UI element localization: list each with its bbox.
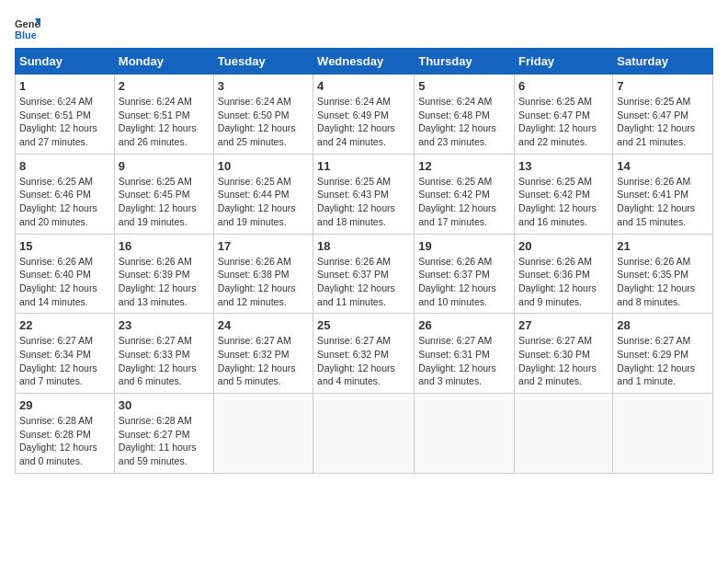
day-number: 29 bbox=[19, 398, 110, 412]
day-info: Sunrise: 6:25 AMSunset: 6:44 PMDaylight:… bbox=[218, 175, 309, 229]
calendar-week-5: 29Sunrise: 6:28 AMSunset: 6:28 PMDayligh… bbox=[16, 394, 713, 474]
calendar-cell: 4Sunrise: 6:24 AMSunset: 6:49 PMDaylight… bbox=[313, 75, 415, 155]
calendar-cell: 19Sunrise: 6:26 AMSunset: 6:37 PMDayligh… bbox=[415, 234, 515, 314]
calendar-cell bbox=[613, 394, 713, 474]
day-number: 5 bbox=[418, 79, 510, 93]
calendar-week-2: 8Sunrise: 6:25 AMSunset: 6:46 PMDaylight… bbox=[16, 154, 713, 234]
header-day-saturday: Saturday bbox=[613, 49, 713, 75]
header-day-tuesday: Tuesday bbox=[213, 49, 313, 75]
calendar-cell: 29Sunrise: 6:28 AMSunset: 6:28 PMDayligh… bbox=[16, 394, 115, 474]
day-number: 12 bbox=[418, 159, 510, 173]
calendar-cell: 17Sunrise: 6:26 AMSunset: 6:38 PMDayligh… bbox=[213, 234, 313, 314]
day-number: 28 bbox=[617, 318, 709, 332]
calendar-cell: 6Sunrise: 6:25 AMSunset: 6:47 PMDaylight… bbox=[515, 75, 613, 155]
calendar-table: SundayMondayTuesdayWednesdayThursdayFrid… bbox=[15, 48, 713, 474]
day-info: Sunrise: 6:24 AMSunset: 6:48 PMDaylight:… bbox=[418, 95, 510, 149]
calendar-week-1: 1Sunrise: 6:24 AMSunset: 6:51 PMDaylight… bbox=[16, 75, 713, 155]
day-info: Sunrise: 6:24 AMSunset: 6:51 PMDaylight:… bbox=[19, 95, 110, 149]
day-info: Sunrise: 6:26 AMSunset: 6:37 PMDaylight:… bbox=[317, 255, 410, 309]
calendar-cell bbox=[213, 394, 313, 474]
header-day-thursday: Thursday bbox=[415, 49, 515, 75]
day-number: 16 bbox=[119, 239, 210, 253]
calendar-cell: 15Sunrise: 6:26 AMSunset: 6:40 PMDayligh… bbox=[16, 234, 115, 314]
logo-icon: General Blue bbox=[15, 15, 40, 40]
day-info: Sunrise: 6:27 AMSunset: 6:32 PMDaylight:… bbox=[317, 334, 410, 388]
day-number: 13 bbox=[518, 159, 609, 173]
day-info: Sunrise: 6:25 AMSunset: 6:42 PMDaylight:… bbox=[418, 175, 510, 229]
day-info: Sunrise: 6:27 AMSunset: 6:32 PMDaylight:… bbox=[218, 334, 309, 388]
day-number: 25 bbox=[317, 318, 410, 332]
day-info: Sunrise: 6:27 AMSunset: 6:30 PMDaylight:… bbox=[518, 334, 609, 388]
day-number: 11 bbox=[317, 159, 410, 173]
day-number: 24 bbox=[218, 318, 309, 332]
calendar-cell: 8Sunrise: 6:25 AMSunset: 6:46 PMDaylight… bbox=[16, 154, 115, 234]
day-number: 15 bbox=[19, 239, 110, 253]
day-number: 19 bbox=[418, 239, 510, 253]
day-number: 1 bbox=[19, 79, 110, 93]
calendar-header: SundayMondayTuesdayWednesdayThursdayFrid… bbox=[16, 49, 713, 75]
calendar-cell: 7Sunrise: 6:25 AMSunset: 6:47 PMDaylight… bbox=[613, 75, 713, 155]
header-day-sunday: Sunday bbox=[16, 49, 115, 75]
calendar-cell bbox=[313, 394, 415, 474]
day-info: Sunrise: 6:25 AMSunset: 6:42 PMDaylight:… bbox=[518, 175, 609, 229]
day-info: Sunrise: 6:25 AMSunset: 6:47 PMDaylight:… bbox=[617, 95, 709, 149]
calendar-cell bbox=[515, 394, 613, 474]
day-info: Sunrise: 6:26 AMSunset: 6:36 PMDaylight:… bbox=[518, 255, 609, 309]
day-number: 3 bbox=[218, 79, 309, 93]
svg-text:Blue: Blue bbox=[15, 29, 37, 40]
calendar-week-4: 22Sunrise: 6:27 AMSunset: 6:34 PMDayligh… bbox=[16, 314, 713, 394]
day-number: 17 bbox=[218, 239, 309, 253]
day-info: Sunrise: 6:25 AMSunset: 6:47 PMDaylight:… bbox=[518, 95, 609, 149]
calendar-cell: 27Sunrise: 6:27 AMSunset: 6:30 PMDayligh… bbox=[515, 314, 613, 394]
day-info: Sunrise: 6:26 AMSunset: 6:41 PMDaylight:… bbox=[617, 175, 709, 229]
day-info: Sunrise: 6:25 AMSunset: 6:45 PMDaylight:… bbox=[119, 175, 210, 229]
calendar-cell: 16Sunrise: 6:26 AMSunset: 6:39 PMDayligh… bbox=[114, 234, 213, 314]
calendar-cell: 23Sunrise: 6:27 AMSunset: 6:33 PMDayligh… bbox=[114, 314, 213, 394]
day-info: Sunrise: 6:24 AMSunset: 6:50 PMDaylight:… bbox=[218, 95, 309, 149]
calendar-cell: 24Sunrise: 6:27 AMSunset: 6:32 PMDayligh… bbox=[213, 314, 313, 394]
calendar-body: 1Sunrise: 6:24 AMSunset: 6:51 PMDaylight… bbox=[16, 75, 713, 474]
day-info: Sunrise: 6:28 AMSunset: 6:28 PMDaylight:… bbox=[19, 414, 110, 468]
day-info: Sunrise: 6:27 AMSunset: 6:29 PMDaylight:… bbox=[617, 334, 709, 388]
calendar-week-3: 15Sunrise: 6:26 AMSunset: 6:40 PMDayligh… bbox=[16, 234, 713, 314]
calendar-cell: 13Sunrise: 6:25 AMSunset: 6:42 PMDayligh… bbox=[515, 154, 613, 234]
calendar-cell bbox=[415, 394, 515, 474]
header-day-friday: Friday bbox=[515, 49, 613, 75]
calendar-cell: 2Sunrise: 6:24 AMSunset: 6:51 PMDaylight… bbox=[114, 75, 213, 155]
calendar-cell: 1Sunrise: 6:24 AMSunset: 6:51 PMDaylight… bbox=[16, 75, 115, 155]
day-info: Sunrise: 6:26 AMSunset: 6:39 PMDaylight:… bbox=[119, 255, 210, 309]
day-number: 30 bbox=[119, 398, 210, 412]
day-info: Sunrise: 6:24 AMSunset: 6:49 PMDaylight:… bbox=[317, 95, 410, 149]
calendar-cell: 11Sunrise: 6:25 AMSunset: 6:43 PMDayligh… bbox=[313, 154, 415, 234]
day-info: Sunrise: 6:26 AMSunset: 6:40 PMDaylight:… bbox=[19, 255, 110, 309]
header: General Blue bbox=[15, 15, 713, 40]
calendar-cell: 12Sunrise: 6:25 AMSunset: 6:42 PMDayligh… bbox=[415, 154, 515, 234]
day-number: 18 bbox=[317, 239, 410, 253]
day-info: Sunrise: 6:25 AMSunset: 6:43 PMDaylight:… bbox=[317, 175, 410, 229]
day-number: 8 bbox=[19, 159, 110, 173]
day-info: Sunrise: 6:26 AMSunset: 6:35 PMDaylight:… bbox=[617, 255, 709, 309]
day-info: Sunrise: 6:26 AMSunset: 6:37 PMDaylight:… bbox=[418, 255, 510, 309]
day-number: 14 bbox=[617, 159, 709, 173]
day-number: 6 bbox=[518, 79, 609, 93]
calendar-cell: 25Sunrise: 6:27 AMSunset: 6:32 PMDayligh… bbox=[313, 314, 415, 394]
header-row: SundayMondayTuesdayWednesdayThursdayFrid… bbox=[16, 49, 713, 75]
calendar-cell: 5Sunrise: 6:24 AMSunset: 6:48 PMDaylight… bbox=[415, 75, 515, 155]
calendar-cell: 26Sunrise: 6:27 AMSunset: 6:31 PMDayligh… bbox=[415, 314, 515, 394]
calendar-cell: 10Sunrise: 6:25 AMSunset: 6:44 PMDayligh… bbox=[213, 154, 313, 234]
calendar-cell: 9Sunrise: 6:25 AMSunset: 6:45 PMDaylight… bbox=[114, 154, 213, 234]
day-number: 4 bbox=[317, 79, 410, 93]
day-number: 23 bbox=[119, 318, 210, 332]
day-number: 26 bbox=[418, 318, 510, 332]
day-number: 2 bbox=[119, 79, 210, 93]
day-number: 22 bbox=[19, 318, 110, 332]
header-day-monday: Monday bbox=[114, 49, 213, 75]
day-info: Sunrise: 6:24 AMSunset: 6:51 PMDaylight:… bbox=[119, 95, 210, 149]
calendar-cell: 3Sunrise: 6:24 AMSunset: 6:50 PMDaylight… bbox=[213, 75, 313, 155]
calendar-cell: 30Sunrise: 6:28 AMSunset: 6:27 PMDayligh… bbox=[114, 394, 213, 474]
day-info: Sunrise: 6:27 AMSunset: 6:34 PMDaylight:… bbox=[19, 334, 110, 388]
logo: General Blue bbox=[15, 15, 40, 40]
day-number: 9 bbox=[119, 159, 210, 173]
calendar-cell: 28Sunrise: 6:27 AMSunset: 6:29 PMDayligh… bbox=[613, 314, 713, 394]
calendar-cell: 21Sunrise: 6:26 AMSunset: 6:35 PMDayligh… bbox=[613, 234, 713, 314]
